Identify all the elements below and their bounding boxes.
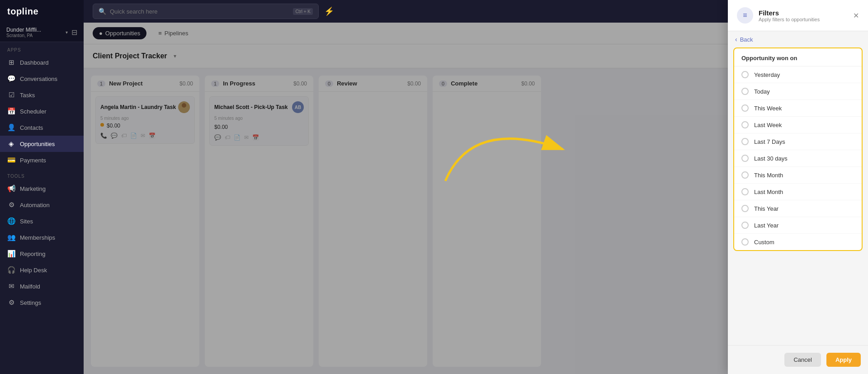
radio-button[interactable] [741,222,749,229]
tasks-icon: ☑ [7,91,15,99]
sidebar-item-contacts[interactable]: 👤 Contacts [0,119,84,136]
search-shortcut: Ctrl + K [293,8,313,15]
apply-button[interactable]: Apply [826,353,861,367]
sidebar-item-payments[interactable]: 💳 Payments [0,152,84,168]
sidebar-item-marketing[interactable]: 📢 Marketing [0,180,84,197]
sidebar-item-label: Help Desk [20,267,76,274]
sidebar-item-tasks[interactable]: ☑ Tasks [0,87,84,103]
filter-option-this-year[interactable]: This Year [734,200,862,217]
memberships-icon: 👥 [7,233,15,241]
option-label: This Year [754,205,778,212]
sidebar-item-reporting[interactable]: 📊 Reporting [0,246,84,262]
close-icon[interactable]: ✕ [853,11,859,20]
contacts-icon: 👤 [7,123,15,132]
option-label: Last 30 days [754,155,788,162]
filter-subtitle: Apply filters to opportunities [759,17,820,22]
payments-icon: 💳 [7,156,15,164]
sidebar-item-conversations[interactable]: 💬 Conversations [0,71,84,87]
tools-section-label: Tools [0,168,84,180]
sidebar-item-label: Dashboard [20,59,76,66]
filter-option-custom[interactable]: Custom [734,234,862,250]
workspace-row[interactable]: Dunder Miffli... Scranton, PA ▾ ⊟ [0,23,84,42]
radio-button[interactable] [741,121,749,128]
reporting-icon: 📊 [7,250,15,258]
filter-icon: ≡ [737,7,753,24]
radio-button[interactable] [741,188,749,195]
cancel-button[interactable]: Cancel [784,353,821,367]
sidebar-item-dashboard[interactable]: ⊞ Dashboard [0,54,84,71]
search-input[interactable] [110,8,289,15]
sites-icon: 🌐 [7,217,15,225]
mailfold-icon: ✉ [7,282,15,290]
filter-section-title: Opportunity won on [734,48,862,66]
sidebar-item-label: Sites [20,218,76,225]
filter-option-last-30-days[interactable]: Last 30 days [734,150,862,167]
filter-option-yesterday[interactable]: Yesterday [734,66,862,83]
sidebar-item-automation[interactable]: ⚙ Automation [0,197,84,213]
helpdesk-icon: 🎧 [7,266,15,274]
chevron-left-icon: ‹ [735,36,737,43]
filter-option-last-year[interactable]: Last Year [734,217,862,234]
conversations-icon: 💬 [7,75,15,83]
radio-button[interactable] [741,238,749,246]
workspace-name: Dunder Miffli... [6,27,64,33]
sidebar-item-opportunities[interactable]: ◈ Opportunities [0,136,84,152]
option-label: Custom [754,239,774,246]
sidebar-item-label: Marketing [20,185,76,192]
sidebar-item-label: Tasks [20,92,76,99]
scheduler-icon: 📅 [7,107,15,115]
filter-back-button[interactable]: ‹ Back [728,31,868,47]
option-label: Last Month [754,189,783,195]
radio-button[interactable] [741,155,749,162]
radio-button[interactable] [741,138,749,145]
sidebar-item-settings[interactable]: ⚙ Settings [0,294,84,311]
radio-button[interactable] [741,71,749,78]
filter-option-this-month[interactable]: This Month [734,167,862,184]
filter-options-panel: Opportunity won on Yesterday Today This … [733,47,863,251]
layout-toggle-icon[interactable]: ⊟ [71,28,77,37]
sidebar-item-label: Payments [20,157,76,164]
sidebar-item-helpdesk[interactable]: 🎧 Help Desk [0,262,84,278]
filter-title: Filters [759,9,820,17]
filter-option-today[interactable]: Today [734,83,862,100]
dashboard-icon: ⊞ [7,58,15,66]
sidebar-item-label: Reporting [20,251,76,257]
apps-section-label: Apps [0,42,84,54]
opportunities-icon: ◈ [7,140,15,148]
sidebar-item-label: Conversations [20,76,76,82]
option-label: This Week [754,105,782,112]
workspace-chevron-icon: ▾ [66,30,68,35]
sidebar-item-label: Settings [20,299,76,306]
filter-option-last-month[interactable]: Last Month [734,184,862,200]
settings-icon: ⚙ [7,298,15,307]
search-bar[interactable]: 🔍 Ctrl + K [93,4,319,19]
bolt-icon[interactable]: ⚡ [324,6,334,16]
workspace-location: Scranton, PA [6,33,64,38]
sidebar-item-label: Automation [20,202,76,208]
sidebar: topline Dunder Miffli... Scranton, PA ▾ … [0,0,84,374]
sidebar-item-memberships[interactable]: 👥 Memberships [0,229,84,246]
filter-panel: ≡ Filters Apply filters to opportunities… [728,0,868,374]
option-label: Today [754,88,770,95]
radio-button[interactable] [741,88,749,95]
sidebar-item-sites[interactable]: 🌐 Sites [0,213,84,229]
filter-option-this-week[interactable]: This Week [734,100,862,117]
sidebar-item-label: Memberships [20,234,76,241]
marketing-icon: 📢 [7,185,15,193]
option-label: Last Week [754,122,782,128]
radio-button[interactable] [741,104,749,112]
sidebar-item-scheduler[interactable]: 📅 Scheduler [0,103,84,119]
filter-footer: Cancel Apply [728,345,868,374]
filter-panel-header: ≡ Filters Apply filters to opportunities… [728,0,868,31]
sidebar-item-mailfold[interactable]: ✉ Mailfold [0,278,84,294]
automation-icon: ⚙ [7,201,15,209]
filter-option-last-7-days[interactable]: Last 7 Days [734,133,862,150]
radio-button[interactable] [741,171,749,179]
filter-option-last-week[interactable]: Last Week [734,117,862,133]
radio-button[interactable] [741,205,749,212]
option-label: Last Year [754,222,778,229]
back-label: Back [740,36,753,43]
sidebar-item-label: Contacts [20,124,76,131]
option-label: Yesterday [754,71,780,78]
app-logo: topline [7,6,38,17]
